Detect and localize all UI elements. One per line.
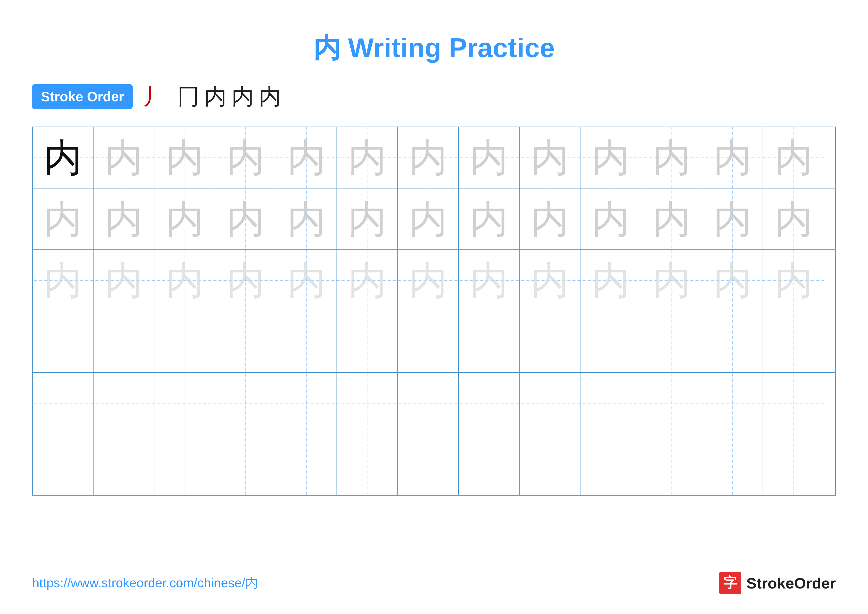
grid-cell[interactable]: 内 xyxy=(276,188,337,249)
grid-cell[interactable]: 内 xyxy=(154,250,215,311)
grid-cell[interactable] xyxy=(215,311,276,372)
grid-cell[interactable]: 内 xyxy=(93,188,154,249)
grid-cell[interactable] xyxy=(641,434,702,495)
grid-cell[interactable] xyxy=(702,373,763,434)
grid-cell[interactable] xyxy=(276,434,337,495)
grid-cell[interactable]: 内 xyxy=(459,127,519,188)
grid-cell[interactable]: 内 xyxy=(580,127,641,188)
grid-cell[interactable] xyxy=(337,373,398,434)
grid-cell[interactable] xyxy=(398,434,459,495)
grid-cell[interactable]: 内 xyxy=(337,127,398,188)
grid-cell[interactable]: 内 xyxy=(580,188,641,249)
grid-cell[interactable]: 内 xyxy=(93,127,154,188)
page-title: 内 Writing Practice xyxy=(0,0,868,81)
char-lighter: 内 xyxy=(531,261,569,300)
grid-cell[interactable]: 内 xyxy=(276,127,337,188)
grid-cell[interactable] xyxy=(519,373,580,434)
stroke-step-4: 内 xyxy=(232,81,254,112)
grid-cell[interactable] xyxy=(641,311,702,372)
grid-cell[interactable] xyxy=(459,434,519,495)
char-lighter: 内 xyxy=(470,261,508,300)
grid-cell[interactable] xyxy=(154,373,215,434)
grid-cell[interactable] xyxy=(276,311,337,372)
grid-cell[interactable]: 内 xyxy=(763,250,824,311)
grid-cell[interactable]: 内 xyxy=(459,188,519,249)
char-light: 内 xyxy=(287,200,326,238)
char-lighter: 内 xyxy=(775,261,813,300)
grid-cell[interactable] xyxy=(154,311,215,372)
grid-cell[interactable] xyxy=(398,373,459,434)
footer-url-link[interactable]: https://www.strokeorder.com/chinese/内 xyxy=(32,574,258,592)
grid-cell[interactable] xyxy=(398,311,459,372)
grid-cell[interactable]: 内 xyxy=(519,250,580,311)
grid-cell[interactable]: 内 xyxy=(93,250,154,311)
grid-cell[interactable]: 内 xyxy=(276,250,337,311)
grid-cell[interactable] xyxy=(93,434,154,495)
grid-cell[interactable]: 内 xyxy=(763,188,824,249)
char-light: 内 xyxy=(653,200,691,238)
char-lighter: 内 xyxy=(409,261,447,300)
grid-cell[interactable]: 内 xyxy=(33,127,93,188)
grid-cell[interactable] xyxy=(459,311,519,372)
grid-cell[interactable]: 内 xyxy=(33,250,93,311)
grid-cell[interactable] xyxy=(763,373,824,434)
grid-cell[interactable] xyxy=(580,373,641,434)
grid-cell[interactable]: 内 xyxy=(154,127,215,188)
grid-cell[interactable]: 内 xyxy=(154,188,215,249)
grid-cell[interactable] xyxy=(519,434,580,495)
char-light: 内 xyxy=(653,138,691,177)
grid-cell[interactable] xyxy=(215,373,276,434)
grid-cell[interactable]: 内 xyxy=(398,188,459,249)
grid-cell[interactable]: 内 xyxy=(519,188,580,249)
grid-cell[interactable]: 内 xyxy=(763,127,824,188)
grid-cell[interactable] xyxy=(337,434,398,495)
grid-cell[interactable]: 内 xyxy=(702,188,763,249)
char-light: 内 xyxy=(105,200,143,238)
grid-cell[interactable]: 内 xyxy=(215,188,276,249)
logo-name: StrokeOrder xyxy=(746,574,836,592)
grid-cell[interactable]: 内 xyxy=(459,250,519,311)
grid-cell[interactable] xyxy=(337,311,398,372)
char-lighter: 内 xyxy=(105,261,143,300)
grid-cell[interactable]: 内 xyxy=(33,188,93,249)
grid-cell[interactable] xyxy=(33,373,93,434)
char-light: 内 xyxy=(166,200,204,238)
grid-cell[interactable]: 内 xyxy=(398,127,459,188)
grid-cell[interactable] xyxy=(763,434,824,495)
writing-grid: 内 内 内 内 内 内 内 内 内 内 内 内 内 内 内 内 内 内 内 内 … xyxy=(32,127,836,496)
char-lighter: 内 xyxy=(44,261,82,300)
grid-cell[interactable]: 内 xyxy=(337,188,398,249)
grid-cell[interactable] xyxy=(33,434,93,495)
grid-cell[interactable] xyxy=(215,434,276,495)
grid-cell[interactable]: 内 xyxy=(519,127,580,188)
stroke-step-2: 冂 xyxy=(177,81,200,112)
grid-cell[interactable] xyxy=(93,311,154,372)
grid-cell[interactable] xyxy=(641,373,702,434)
grid-cell[interactable] xyxy=(763,311,824,372)
char-lighter: 内 xyxy=(287,261,326,300)
grid-cell[interactable]: 内 xyxy=(641,127,702,188)
grid-cell[interactable] xyxy=(580,434,641,495)
footer-logo: 字 StrokeOrder xyxy=(719,572,836,594)
grid-row-5 xyxy=(33,373,835,434)
grid-cell[interactable]: 内 xyxy=(702,250,763,311)
grid-cell[interactable] xyxy=(276,373,337,434)
grid-cell[interactable]: 内 xyxy=(398,250,459,311)
grid-cell[interactable] xyxy=(519,311,580,372)
grid-cell[interactable]: 内 xyxy=(702,127,763,188)
grid-cell[interactable]: 内 xyxy=(215,250,276,311)
grid-cell[interactable] xyxy=(459,373,519,434)
grid-cell[interactable] xyxy=(93,373,154,434)
grid-cell[interactable]: 内 xyxy=(641,250,702,311)
grid-cell[interactable]: 内 xyxy=(641,188,702,249)
grid-cell[interactable] xyxy=(33,311,93,372)
grid-cell[interactable]: 内 xyxy=(580,250,641,311)
grid-cell[interactable] xyxy=(702,311,763,372)
char-light: 内 xyxy=(105,138,143,177)
grid-cell[interactable] xyxy=(702,434,763,495)
grid-cell[interactable] xyxy=(580,311,641,372)
grid-cell[interactable] xyxy=(154,434,215,495)
stroke-step-5: 内 xyxy=(259,81,281,112)
grid-cell[interactable]: 内 xyxy=(337,250,398,311)
grid-cell[interactable]: 内 xyxy=(215,127,276,188)
